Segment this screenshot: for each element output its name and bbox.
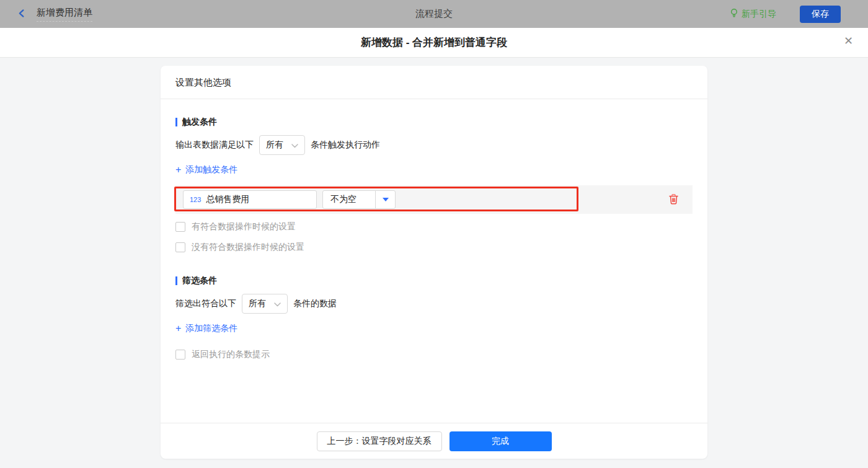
trigger-sentence-suffix: 条件触发执行动作 — [311, 139, 380, 151]
panel-header: 设置其他选项 — [161, 66, 707, 99]
flow-name[interactable]: 新增费用清单 — [37, 7, 92, 22]
has-match-label: 有符合数据操作时候的设置 — [192, 221, 296, 232]
add-trigger-condition-label: 添加触发条件 — [185, 164, 237, 175]
save-button[interactable]: 保存 — [800, 6, 841, 23]
has-match-setting-row: 有符合数据操作时候的设置 — [175, 221, 693, 232]
dialog-title: 新增数据 - 合并新增到普通字段 — [361, 35, 507, 50]
dialog-header: 新增数据 - 合并新增到普通字段 ✕ — [0, 28, 868, 58]
chevron-down-icon — [274, 299, 281, 309]
dialog-body: 设置其他选项 触发条件 输出表数据满足以下 所有 条件触发执行动作 — [0, 58, 868, 468]
panel-footer: 上一步：设置字段对应关系 完成 — [161, 423, 707, 459]
trigger-section-label: 触发条件 — [182, 117, 217, 128]
trash-icon — [668, 193, 679, 206]
beginner-guide-button[interactable]: 新手引导 — [730, 8, 776, 20]
topbar: 新增费用清单 流程提交 新手引导 保存 — [0, 0, 868, 28]
chevron-down-icon — [291, 140, 298, 150]
return-count-label: 返回执行的条数提示 — [192, 349, 270, 360]
no-match-label: 没有符合数据操作时候的设置 — [192, 242, 304, 253]
condition-operator-value: 不为空 — [323, 191, 376, 208]
trigger-section-title: 触发条件 — [175, 117, 693, 128]
section-marker — [175, 118, 177, 126]
has-match-checkbox[interactable] — [175, 222, 185, 232]
condition-field-value: 总销售费用 — [206, 194, 249, 205]
trigger-match-select[interactable]: 所有 — [259, 135, 305, 155]
trigger-sentence-prefix: 输出表数据满足以下 — [175, 139, 254, 151]
plus-icon: + — [175, 165, 181, 175]
panel-content: 触发条件 输出表数据满足以下 所有 条件触发执行动作 + 添加触发条件 — [161, 99, 707, 423]
trigger-condition-row: 123 总销售费用 不为空 — [175, 185, 693, 214]
section-marker — [175, 276, 177, 285]
lightbulb-icon — [730, 8, 738, 20]
no-match-setting-row: 没有符合数据操作时候的设置 — [175, 242, 693, 253]
return-count-checkbox[interactable] — [175, 350, 185, 360]
return-count-row: 返回执行的条数提示 — [175, 349, 693, 360]
filter-section-title: 筛选条件 — [175, 275, 693, 286]
caret-down-icon — [376, 191, 395, 208]
no-match-checkbox[interactable] — [175, 242, 185, 252]
condition-operator-select[interactable]: 不为空 — [322, 190, 396, 209]
back-button[interactable] — [17, 9, 27, 20]
filter-sentence: 筛选出符合以下 所有 条件的数据 — [175, 294, 693, 314]
close-icon[interactable]: ✕ — [844, 35, 853, 46]
options-panel: 设置其他选项 触发条件 输出表数据满足以下 所有 条件触发执行动作 — [161, 66, 707, 459]
filter-section-label: 筛选条件 — [182, 275, 217, 286]
number-field-type-badge: 123 — [190, 196, 201, 203]
filter-match-value: 所有 — [249, 298, 266, 309]
trigger-match-value: 所有 — [266, 139, 283, 151]
previous-step-button[interactable]: 上一步：设置字段对应关系 — [317, 431, 442, 451]
condition-field-select[interactable]: 123 总销售费用 — [183, 190, 317, 209]
filter-section: 筛选条件 筛选出符合以下 所有 条件的数据 + — [175, 275, 693, 360]
add-trigger-condition-link[interactable]: + 添加触发条件 — [175, 164, 237, 175]
filter-match-select[interactable]: 所有 — [242, 294, 288, 314]
add-filter-condition-link[interactable]: + 添加筛选条件 — [175, 323, 237, 334]
trigger-sentence: 输出表数据满足以下 所有 条件触发执行动作 — [175, 135, 693, 155]
chevron-left-icon — [17, 9, 27, 20]
plus-icon: + — [175, 324, 181, 333]
guide-label: 新手引导 — [742, 9, 776, 20]
done-button[interactable]: 完成 — [450, 431, 552, 451]
filter-sentence-prefix: 筛选出符合以下 — [175, 298, 236, 309]
add-filter-condition-label: 添加筛选条件 — [185, 323, 237, 334]
delete-condition-button[interactable] — [668, 193, 679, 206]
filter-sentence-suffix: 条件的数据 — [293, 298, 337, 309]
